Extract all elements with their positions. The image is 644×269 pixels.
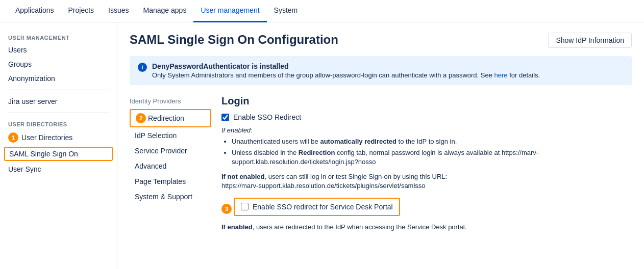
nav-user-management[interactable]: User management bbox=[193, 0, 266, 22]
info-banner-text-before-link: Only System Administrators and members o… bbox=[152, 71, 494, 79]
tab-redirection[interactable]: 2 Redirection bbox=[130, 109, 211, 127]
info-banner-content: DenyPasswordAuthenticator is installed O… bbox=[152, 62, 540, 79]
sidebar-item-jira-user-server[interactable]: Jira user server bbox=[0, 94, 117, 109]
page-header: SAML Single Sign On Configuration Show I… bbox=[130, 33, 632, 48]
sidebar-item-user-directories-label: User Directories bbox=[21, 133, 72, 142]
service-desk-checkbox[interactable] bbox=[241, 203, 249, 210]
badge-1: 1 bbox=[8, 132, 18, 143]
tab-idp-selection[interactable]: IdP Selection bbox=[130, 128, 211, 143]
page-title: SAML Single Sign On Configuration bbox=[130, 33, 338, 47]
badge-2: 2 bbox=[136, 113, 146, 123]
sidebar-item-users[interactable]: Users bbox=[0, 43, 117, 57]
info-banner: i DenyPasswordAuthenticator is installed… bbox=[130, 56, 632, 85]
bullet-2: Unless disabled in the Redirection confi… bbox=[232, 148, 632, 167]
service-desk-row: 3 Enable SSO redirect for Service Desk P… bbox=[221, 198, 632, 220]
info-icon: i bbox=[138, 63, 147, 72]
tab-redirection-label: Redirection bbox=[148, 114, 184, 122]
sidebar: USER MANAGEMENT Users Groups Anonymizati… bbox=[0, 22, 117, 269]
enable-sso-redirect-checkbox[interactable] bbox=[221, 114, 229, 121]
login-title: Login bbox=[221, 95, 632, 107]
if-enabled-bottom: If enabled, users are redirected to the … bbox=[221, 223, 632, 231]
two-panel: Identity Providers 2 Redirection IdP Sel… bbox=[130, 95, 632, 231]
left-tabs: Identity Providers 2 Redirection IdP Sel… bbox=[130, 95, 211, 231]
sidebar-item-groups[interactable]: Groups bbox=[0, 57, 117, 71]
main-content: SAML Single Sign On Configuration Show I… bbox=[117, 22, 644, 269]
info-banner-title: DenyPasswordAuthenticator is installed bbox=[152, 62, 540, 70]
sidebar-item-user-directories[interactable]: 1 User Directories bbox=[0, 129, 117, 146]
sidebar-item-saml-sso[interactable]: SAML Single Sign On bbox=[4, 147, 113, 161]
info-banner-text-after-link: for details. bbox=[508, 71, 540, 79]
bullet-1: Unauthenticated users will be automatica… bbox=[232, 137, 632, 146]
tab-header-identity-providers: Identity Providers bbox=[130, 95, 211, 109]
tab-page-templates[interactable]: Page Templates bbox=[130, 174, 211, 189]
tab-system-support[interactable]: System & Support bbox=[130, 190, 211, 204]
show-idp-button[interactable]: Show IdP Information bbox=[548, 33, 632, 48]
tab-service-provider[interactable]: Service Provider bbox=[130, 144, 211, 158]
bullet-list: Unauthenticated users will be automatica… bbox=[221, 137, 632, 167]
badge-3: 3 bbox=[221, 204, 232, 214]
sidebar-section-user-management: USER MANAGEMENT bbox=[0, 31, 117, 43]
sidebar-section-user-directories: USER DIRECTORIES bbox=[0, 117, 117, 129]
right-panel: Login Enable SSO Redirect If enabled: Un… bbox=[211, 95, 632, 231]
nav-manage-apps[interactable]: Manage apps bbox=[136, 0, 194, 22]
enable-sso-redirect-label: Enable SSO Redirect bbox=[233, 113, 301, 121]
main-layout: USER MANAGEMENT Users Groups Anonymizati… bbox=[0, 22, 644, 269]
service-desk-box: Enable SSO redirect for Service Desk Por… bbox=[234, 198, 400, 216]
info-banner-link[interactable]: here bbox=[494, 71, 508, 79]
service-desk-label: Enable SSO redirect for Service Desk Por… bbox=[253, 203, 393, 211]
if-not-enabled-text: If not enabled, users can still log in o… bbox=[221, 172, 632, 191]
tab-advanced[interactable]: Advanced bbox=[130, 159, 211, 173]
nav-issues[interactable]: Issues bbox=[101, 0, 136, 22]
top-navigation: Applications Projects Issues Manage apps… bbox=[0, 0, 644, 22]
sidebar-item-user-sync[interactable]: User Sync bbox=[0, 162, 117, 176]
if-enabled-label: If enabled: bbox=[221, 126, 632, 134]
enable-sso-redirect-row: Enable SSO Redirect bbox=[221, 113, 632, 121]
nav-projects[interactable]: Projects bbox=[61, 0, 102, 22]
sidebar-divider-2 bbox=[8, 113, 109, 113]
info-banner-text: Only System Administrators and members o… bbox=[152, 71, 540, 79]
sidebar-item-anonymization[interactable]: Anonymization bbox=[0, 71, 117, 86]
nav-applications[interactable]: Applications bbox=[8, 0, 61, 22]
nav-system[interactable]: System bbox=[267, 0, 305, 22]
sidebar-divider bbox=[8, 90, 109, 90]
